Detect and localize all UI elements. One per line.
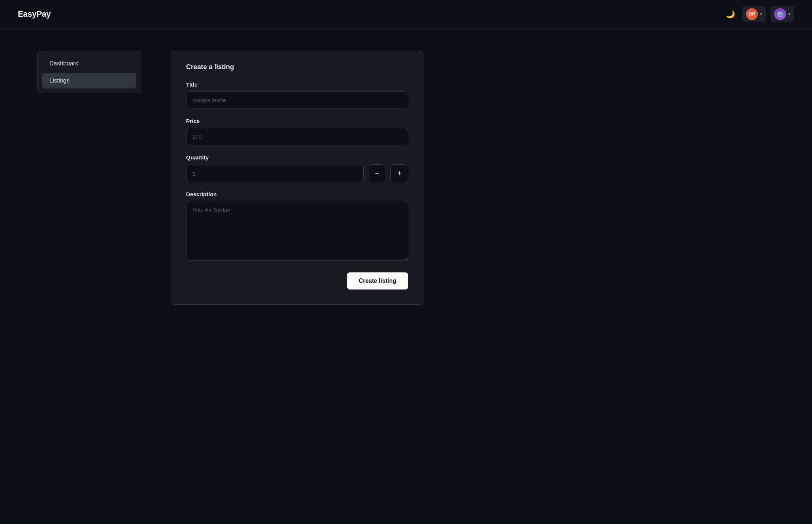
increment-button[interactable]: + bbox=[390, 164, 408, 182]
create-listing-button[interactable]: Create listing bbox=[347, 272, 408, 290]
chevron-down-icon-2: ▾ bbox=[788, 12, 790, 17]
quantity-row: − + bbox=[186, 164, 408, 182]
user2-badge[interactable]: ⚙️ ▾ bbox=[770, 6, 794, 22]
form-footer: Create listing bbox=[186, 272, 408, 290]
description-group: Description bbox=[186, 191, 408, 262]
price-label: Price bbox=[186, 118, 408, 124]
user1-avatar: OP bbox=[746, 8, 758, 20]
plus-icon: + bbox=[397, 169, 402, 178]
create-listing-panel: Create a listing Title Price Quantity − … bbox=[171, 51, 423, 305]
quantity-label: Quantity bbox=[186, 154, 408, 161]
title-input[interactable] bbox=[186, 91, 408, 109]
header-right: 🌙 OP ▾ ⚙️ ▾ bbox=[723, 6, 794, 22]
app-logo: EasyPay bbox=[18, 9, 51, 19]
form-section-title: Create a listing bbox=[186, 63, 408, 71]
moon-icon: 🌙 bbox=[726, 10, 735, 19]
description-input[interactable] bbox=[186, 201, 408, 261]
sidebar-item-listings[interactable]: Listings bbox=[42, 73, 136, 88]
description-label: Description bbox=[186, 191, 408, 197]
quantity-group: Quantity − + bbox=[186, 154, 408, 182]
user2-avatar: ⚙️ bbox=[774, 8, 786, 20]
sidebar-item-dashboard[interactable]: Dashboard bbox=[42, 56, 136, 71]
quantity-input[interactable] bbox=[186, 165, 364, 182]
theme-toggle-button[interactable]: 🌙 bbox=[723, 7, 738, 22]
chevron-down-icon: ▾ bbox=[760, 12, 762, 17]
user1-badge[interactable]: OP ▾ bbox=[742, 6, 766, 22]
header: EasyPay 🌙 OP ▾ ⚙️ ▾ bbox=[0, 0, 812, 29]
sidebar: Dashboard Listings bbox=[37, 51, 141, 93]
title-group: Title bbox=[186, 81, 408, 109]
main-layout: Dashboard Listings Create a listing Titl… bbox=[0, 29, 812, 327]
minus-icon: − bbox=[375, 169, 379, 178]
decrement-button[interactable]: − bbox=[368, 164, 386, 182]
title-label: Title bbox=[186, 81, 408, 88]
price-group: Price bbox=[186, 118, 408, 145]
price-input[interactable] bbox=[186, 128, 408, 145]
